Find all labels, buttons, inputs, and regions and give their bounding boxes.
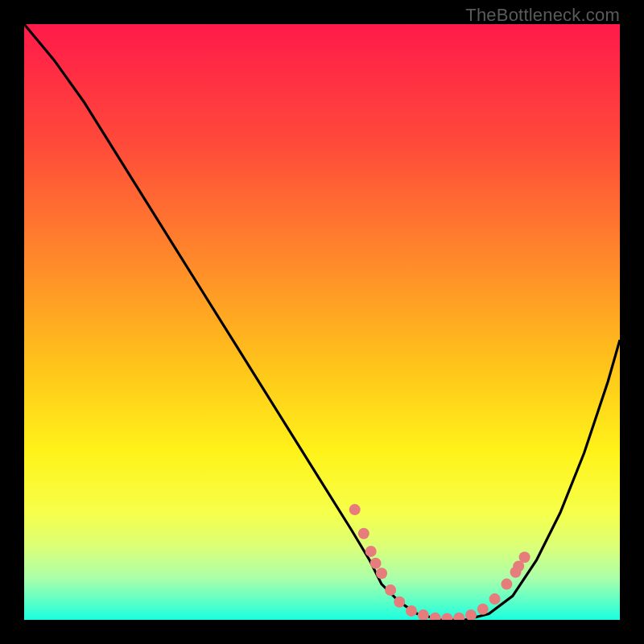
data-marker xyxy=(370,558,382,569)
data-marker xyxy=(453,613,464,620)
data-marker xyxy=(349,504,361,515)
chart-frame: TheBottleneck.com xyxy=(0,0,644,644)
data-marker xyxy=(365,546,377,557)
data-marker xyxy=(385,584,396,596)
data-marker xyxy=(430,613,441,620)
bottleneck-curve xyxy=(24,24,620,620)
data-marker xyxy=(376,568,387,579)
data-marker xyxy=(418,609,429,620)
data-marker xyxy=(465,609,477,620)
data-marker xyxy=(358,528,369,539)
plot-area xyxy=(24,24,620,620)
curve-layer xyxy=(24,24,620,620)
data-marker xyxy=(394,597,405,608)
watermark-text: TheBottleneck.com xyxy=(465,5,620,26)
data-marker xyxy=(489,593,501,605)
data-marker xyxy=(510,567,522,578)
data-marker xyxy=(477,604,489,615)
data-marker xyxy=(501,579,512,590)
data-marker xyxy=(441,613,452,621)
data-marker xyxy=(406,605,417,617)
data-marker xyxy=(519,551,530,563)
